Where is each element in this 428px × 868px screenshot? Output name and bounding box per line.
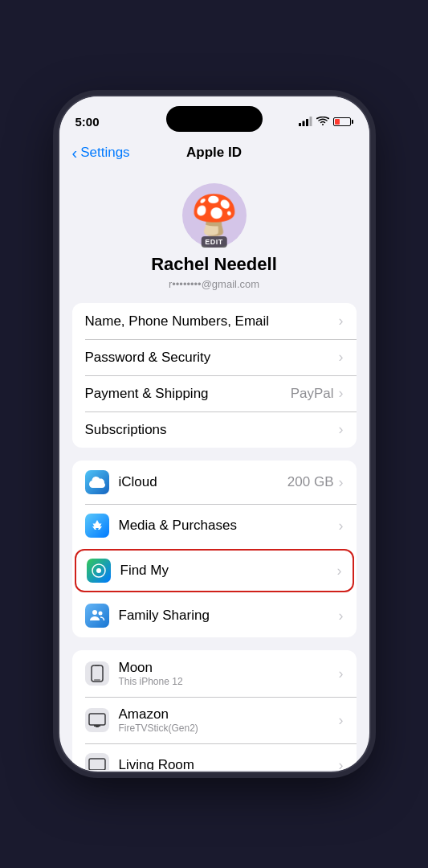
amazon-device-text: Amazon FireTVStick(Gen2) — [119, 706, 339, 734]
row-label-name-phone-email: Name, Phone Numbers, Email — [85, 313, 339, 330]
chevron-icon-amazon-device: › — [339, 712, 344, 729]
svg-rect-1 — [302, 121, 304, 127]
settings-row-family-sharing[interactable]: Family Sharing › — [72, 594, 357, 637]
svg-rect-12 — [94, 725, 100, 727]
row-label-find-my: Find My — [120, 563, 337, 579]
back-button[interactable]: ‹ Settings — [72, 145, 130, 161]
svg-rect-10 — [95, 665, 100, 666]
chevron-icon-living-room: › — [339, 757, 344, 771]
status-time: 5:00 — [75, 115, 100, 129]
chevron-icon-payment-shipping: › — [339, 385, 344, 402]
moon-device-sublabel: This iPhone 12 — [119, 676, 339, 687]
svg-point-7 — [98, 612, 102, 616]
settings-row-password-security[interactable]: Password & Security › — [72, 339, 357, 375]
scroll-content: 🍄 EDIT Rachel Needell r••••••••@gmail.co… — [59, 167, 369, 770]
svg-rect-8 — [92, 665, 103, 682]
avatar-container[interactable]: 🍄 EDIT — [182, 183, 247, 248]
account-settings-group: Name, Phone Numbers, Email › Password & … — [72, 303, 357, 448]
moon-device-text: Moon This iPhone 12 — [119, 660, 339, 687]
wifi-icon — [316, 117, 329, 126]
settings-row-payment-shipping[interactable]: Payment & Shipping PayPal › — [72, 375, 357, 411]
profile-name: Rachel Needell — [151, 254, 277, 275]
settings-row-subscriptions[interactable]: Subscriptions › — [72, 411, 357, 448]
chevron-icon-name-phone-email: › — [339, 313, 344, 330]
iphone-device-icon — [85, 661, 109, 686]
chevron-icon-media-purchases: › — [339, 518, 344, 534]
settings-row-living-room[interactable]: Living Room › — [72, 743, 357, 770]
row-label-payment-shipping: Payment & Shipping — [85, 386, 291, 402]
settings-row-amazon-device[interactable]: Amazon FireTVStick(Gen2) › — [72, 697, 357, 743]
row-value-icloud: 200 GB — [287, 474, 334, 490]
phone-frame: 5:00 — [58, 95, 371, 773]
chevron-icon-icloud: › — [339, 474, 344, 491]
chevron-icon-family-sharing: › — [339, 608, 344, 624]
signal-icon — [299, 117, 312, 126]
moon-device-label: Moon — [119, 660, 339, 676]
amazon-device-label: Amazon — [119, 706, 339, 723]
row-label-subscriptions: Subscriptions — [85, 422, 339, 438]
svg-rect-3 — [309, 117, 312, 126]
findmy-icon — [87, 559, 111, 583]
appstore-icon — [85, 514, 109, 538]
svg-rect-14 — [89, 759, 105, 770]
back-label: Settings — [80, 145, 129, 161]
nav-bar: ‹ Settings Apple ID — [59, 137, 369, 167]
settings-row-moon-device[interactable]: Moon This iPhone 12 › — [72, 650, 357, 697]
living-room-icon — [85, 753, 109, 770]
tv-device-icon — [85, 708, 109, 732]
svg-point-5 — [96, 568, 101, 573]
living-room-label: Living Room — [119, 757, 339, 770]
row-label-password-security: Password & Security — [85, 350, 339, 366]
icloud-icon — [85, 470, 109, 494]
avatar-edit-badge: EDIT — [201, 236, 227, 248]
chevron-icon-find-my: › — [337, 563, 342, 579]
battery-icon — [333, 117, 353, 126]
chevron-icon-subscriptions: › — [339, 421, 344, 438]
family-icon — [85, 604, 109, 628]
chevron-icon-password-security: › — [339, 349, 344, 366]
settings-row-media-purchases[interactable]: Media & Purchases › — [72, 504, 357, 547]
status-icons — [299, 117, 353, 126]
settings-row-name-phone-email[interactable]: Name, Phone Numbers, Email › — [72, 303, 357, 339]
svg-rect-11 — [89, 714, 105, 725]
row-value-payment-shipping: PayPal — [291, 386, 334, 402]
services-settings-group: iCloud 200 GB › Media & Purchases › — [72, 461, 357, 637]
svg-point-6 — [92, 610, 97, 615]
devices-settings-group: Moon This iPhone 12 › Amazon FireTVStick… — [72, 650, 357, 770]
settings-row-find-my[interactable]: Find My › — [75, 549, 354, 592]
profile-section: 🍄 EDIT Rachel Needell r••••••••@gmail.co… — [72, 175, 357, 303]
find-my-row-wrapper: Find My › — [72, 549, 357, 592]
svg-rect-13 — [96, 727, 99, 727]
profile-email: r••••••••@gmail.com — [169, 278, 259, 290]
row-label-family-sharing: Family Sharing — [119, 608, 339, 624]
svg-rect-0 — [299, 123, 301, 126]
chevron-icon-moon-device: › — [339, 665, 344, 682]
svg-rect-2 — [306, 119, 308, 126]
settings-row-icloud[interactable]: iCloud 200 GB › — [72, 461, 357, 504]
dynamic-island — [166, 106, 263, 132]
page-title: Apple ID — [186, 145, 242, 161]
row-label-icloud: iCloud — [119, 474, 287, 490]
back-chevron-icon: ‹ — [72, 145, 78, 161]
living-room-text: Living Room — [119, 757, 339, 770]
svg-rect-9 — [94, 680, 100, 681]
amazon-device-sublabel: FireTVStick(Gen2) — [119, 723, 339, 734]
row-label-media-purchases: Media & Purchases — [119, 518, 339, 534]
avatar-emoji: 🍄 — [190, 193, 238, 238]
